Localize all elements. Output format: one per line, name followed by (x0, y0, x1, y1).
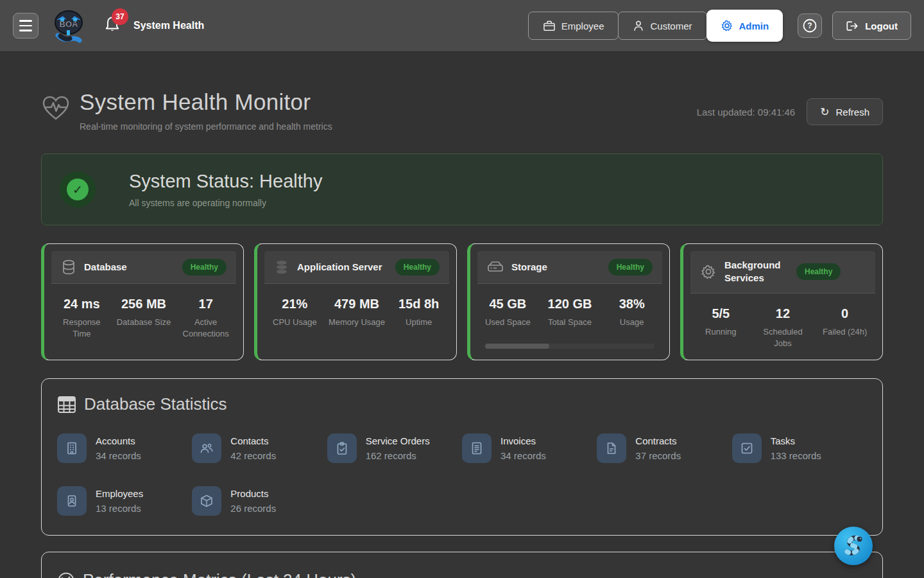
stat-employees: Employees 13 records (57, 486, 192, 516)
stat-label: Contracts (635, 435, 681, 446)
gauge-icon (57, 572, 75, 578)
status-subtitle: All systems are operating normally (129, 198, 322, 208)
status-card-storage: Storage Healthy 45 GBUsed Space 120 GBTo… (467, 243, 670, 360)
storage-usage-fill (485, 344, 549, 349)
admin-button[interactable]: Admin (706, 10, 783, 42)
stat-label: Products (230, 488, 276, 499)
metric-value: 21% (266, 297, 323, 311)
notification-count-badge: 37 (112, 8, 128, 25)
performance-metrics-section: Performance Metrics (Last 24 Hours) (41, 552, 883, 578)
card-title: Storage (511, 261, 601, 274)
svg-text:?: ? (808, 21, 812, 30)
employee-button[interactable]: Employee (528, 12, 619, 40)
stat-invoices: Invoices 34 records (462, 434, 597, 463)
status-cards-row: Database Healthy 24 msResponse Time 256 … (41, 243, 883, 360)
document-icon (597, 434, 626, 463)
metric-label: CPU Usage (266, 317, 323, 328)
metric-value: 479 MB (329, 297, 386, 311)
metric-value: 12 (755, 306, 812, 321)
metric-label: Running (692, 326, 749, 338)
customer-button[interactable]: Customer (618, 12, 706, 40)
metric-value: 0 (816, 306, 873, 321)
metric-value: 120 GB (542, 297, 599, 311)
stat-count: 13 records (96, 503, 143, 514)
menu-button[interactable] (13, 13, 38, 39)
section-title: Performance Metrics (Last 24 Hours) (83, 570, 356, 578)
stat-label: Invoices (501, 435, 546, 446)
id-badge-icon (57, 486, 87, 516)
stat-service-orders: Service Orders 162 records (327, 434, 462, 463)
stat-label: Service Orders (366, 435, 430, 446)
stat-label: Tasks (771, 435, 821, 446)
health-badge: Healthy (796, 263, 841, 280)
hard-drive-icon (487, 259, 504, 275)
role-switcher: Employee Customer Admin (528, 10, 782, 42)
boa-assistant-fab[interactable] (834, 527, 873, 565)
stat-label: Employees (96, 488, 143, 499)
system-status-banner: ✓ System Status: Healthy All systems are… (41, 153, 883, 225)
gear-icon (721, 19, 733, 32)
stat-contacts: Contacts 42 records (192, 434, 327, 463)
stat-tasks: Tasks 133 records (732, 434, 867, 463)
health-badge: Healthy (608, 259, 653, 276)
logout-button[interactable]: Logout (832, 12, 911, 40)
notifications-button[interactable]: 37 (104, 15, 123, 37)
admin-label: Admin (739, 21, 769, 31)
stat-count: 162 records (366, 450, 430, 461)
invoice-icon (462, 434, 492, 463)
metric-label: Response Time (53, 317, 110, 340)
help-button[interactable]: ? (798, 13, 822, 38)
page-subtitle: Real-time monitoring of system performan… (80, 121, 332, 132)
metric-value: 38% (603, 297, 660, 311)
stat-count: 42 records (230, 450, 276, 461)
employee-label: Employee (561, 21, 604, 31)
stat-label: Accounts (96, 435, 141, 446)
storage-usage-bar (485, 344, 654, 349)
stat-count: 133 records (771, 450, 821, 461)
refresh-icon: ↻ (820, 105, 829, 119)
server-icon (274, 259, 289, 276)
card-title: Background Services (724, 259, 789, 285)
metric-value: 45 GB (479, 297, 536, 311)
cube-icon (192, 486, 221, 516)
navbar-title: System Health (133, 20, 204, 31)
stat-count: 37 records (635, 450, 681, 461)
metric-label: Used Space (479, 317, 536, 328)
stat-count: 34 records (501, 450, 546, 461)
status-card-app-server: Application Server Healthy 21%CPU Usage … (254, 243, 457, 360)
people-icon (192, 434, 221, 463)
snake-icon (841, 533, 866, 559)
stat-count: 34 records (96, 450, 141, 461)
health-badge: Healthy (395, 259, 440, 276)
metric-label: Failed (24h) (816, 326, 873, 338)
metric-value: 24 ms (53, 297, 110, 311)
briefcase-icon (543, 20, 556, 31)
status-card-background-services: Background Services Healthy 5/5Running 1… (680, 243, 883, 360)
metric-label: Active Connections (177, 317, 234, 340)
section-title: Database Statistics (84, 394, 227, 414)
metric-label: Database Size (116, 317, 173, 328)
check-icon: ✓ (67, 179, 89, 200)
card-title: Application Server (297, 261, 388, 274)
task-check-icon (732, 434, 762, 463)
metric-value: 256 MB (116, 297, 173, 311)
customer-label: Customer (650, 21, 692, 31)
logout-icon (846, 20, 859, 32)
clipboard-check-icon (327, 434, 357, 463)
heart-pulse-icon (41, 94, 71, 123)
gear-icon (700, 263, 717, 280)
stat-products: Products 26 records (192, 486, 327, 516)
page-title: System Health Monitor (80, 89, 332, 115)
card-title: Database (84, 261, 175, 274)
health-badge: Healthy (182, 259, 227, 276)
table-grid-icon (57, 396, 76, 414)
page-header: System Health Monitor Real-time monitori… (41, 89, 883, 132)
metric-label: Total Space (542, 317, 599, 328)
status-check-circle: ✓ (60, 171, 96, 207)
metric-label: Scheduled Jobs (755, 326, 812, 349)
stat-accounts: Accounts 34 records (57, 434, 192, 463)
database-icon (61, 259, 76, 276)
refresh-button[interactable]: ↻ Refresh (807, 98, 883, 125)
stat-label: Contacts (230, 435, 276, 446)
refresh-label: Refresh (835, 107, 869, 118)
